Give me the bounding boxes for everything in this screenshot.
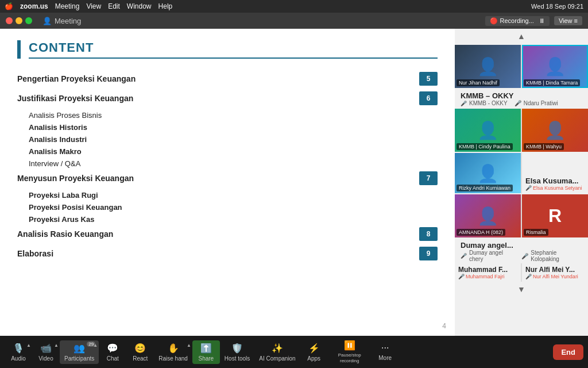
toc-item-label: Analisis Makro bbox=[17, 147, 438, 156]
pause-stop-icon: ⏸️ bbox=[344, 340, 355, 351]
toc-page-number: 7 bbox=[419, 171, 438, 185]
mic-icon-na: 🎤 bbox=[525, 274, 532, 279]
video-chevron: ▲ bbox=[54, 343, 59, 348]
sub-name-2: Ndaru Pratiwi bbox=[524, 100, 558, 106]
menu-edit[interactable]: Edit bbox=[108, 2, 120, 10]
share-label: Share bbox=[199, 355, 214, 362]
video-button[interactable]: 📹 Video ▲ bbox=[32, 340, 60, 364]
participants-button[interactable]: 👥 29 Participants ▲ bbox=[60, 340, 99, 364]
more-label: More bbox=[378, 355, 392, 361]
toolbar-left-group: 🎙️ Audio ▲ 📹 Video ▲ 👥 29 Participants ▲… bbox=[5, 338, 399, 366]
toc-item: Menyusun Proyeksi Keuangan7 bbox=[17, 170, 438, 187]
recording-icon: 🔴 bbox=[490, 17, 498, 25]
participant-name-nur-jihan: Nur Jihan Nadhif bbox=[457, 79, 500, 86]
toc-item: Interview / Q&A bbox=[17, 158, 438, 170]
participants-panel: ▲ Nur Jihan Nadhif KMMB | Dinda Tamara K… bbox=[455, 29, 588, 336]
mic-icon-dumay: 🎤 bbox=[461, 253, 467, 259]
titlebar: 👤 Meeting 🔴 Recording... ⏸ View ≡ bbox=[0, 13, 588, 29]
chat-icon: 💬 bbox=[107, 343, 118, 354]
toc-item: Analisis Proses Bisnis bbox=[17, 109, 438, 121]
audio-icon: 🎙️ bbox=[13, 343, 24, 354]
toc-item-label: Analisis Industri bbox=[17, 135, 438, 144]
audio-chevron: ▲ bbox=[26, 343, 31, 348]
scroll-down-arrow[interactable]: ▼ bbox=[455, 282, 588, 297]
react-label: React bbox=[133, 355, 148, 362]
slide-title: CONTENT bbox=[29, 40, 438, 55]
mic-icon-mf: 🎤 bbox=[458, 274, 465, 279]
menu-help[interactable]: Help bbox=[158, 2, 173, 10]
menubar: 🍎 zoom.us Meeting View Edit Window Help … bbox=[0, 0, 588, 13]
na-sub: Nur Alfi Mei Yundari bbox=[533, 274, 578, 279]
menubar-right: Wed 18 Sep 09:21 bbox=[531, 3, 583, 10]
toc-item: Proyeksi Arus Kas bbox=[17, 213, 438, 225]
dumay-name-card: Dumay angel... 🎤 Dumay angel chery 🎤 Ste… bbox=[455, 239, 588, 263]
participants-label: Participants bbox=[64, 355, 94, 362]
end-button[interactable]: End bbox=[553, 344, 583, 360]
share-icon: ⬆️ bbox=[200, 343, 212, 354]
elsa-big-name: Elsa Kusuma... bbox=[525, 177, 585, 185]
toc-item: Justifikasi Proyeksi Keuangan6 bbox=[17, 90, 438, 107]
toc-item: Elaborasi9 bbox=[17, 245, 438, 262]
chat-button[interactable]: 💬 Chat bbox=[99, 340, 126, 364]
main-content: CONTENT Pengertian Proyeksi Keuangan5Jus… bbox=[0, 29, 588, 336]
app-name: zoom.us bbox=[20, 2, 48, 10]
ai-companion-button[interactable]: ✨ AI Companion bbox=[254, 340, 300, 364]
participant-name-cindy: KMMB | Cindy Paulina bbox=[457, 143, 513, 150]
toc-item-label: Analisis Historis bbox=[17, 123, 438, 132]
participant-name-rismalia: Rismalia bbox=[524, 229, 548, 236]
dumay-big-name: Dumay angel... bbox=[461, 241, 582, 250]
host-tools-button[interactable]: 🛡️ Host tools bbox=[220, 340, 254, 364]
share-button[interactable]: ⬆️ Share bbox=[192, 340, 220, 364]
participant-name-amnanda: AMNANDA H (082) bbox=[457, 229, 505, 236]
apple-menu[interactable]: 🍎 bbox=[5, 2, 13, 10]
titlebar-right-controls: 🔴 Recording... ⏸ View ≡ bbox=[485, 16, 582, 26]
toc-item-label: Analisis Rasio Keuangan bbox=[17, 229, 419, 239]
video-cell-nur-jihan: Nur Jihan Nadhif bbox=[455, 45, 521, 88]
raise-hand-button[interactable]: ✋ Raise hand ▲ bbox=[154, 340, 192, 364]
video-icon: 📹 bbox=[40, 343, 52, 354]
ai-companion-icon: ✨ bbox=[272, 343, 283, 354]
apps-button[interactable]: ⚡ Apps bbox=[300, 340, 328, 364]
toc-item-label: Pengertian Proyeksi Keuangan bbox=[17, 74, 419, 83]
elsa-sub-name: Elsa Kusuma Setyani bbox=[533, 185, 582, 191]
maximize-button[interactable] bbox=[25, 17, 32, 24]
participant-name-dinda: KMMB | Dinda Tamara bbox=[524, 79, 580, 86]
na-name-box: Nur Alfi Mei Y... 🎤 Nur Alfi Mei Yundari bbox=[522, 263, 588, 282]
minimize-button[interactable] bbox=[16, 17, 22, 24]
raise-hand-chevron: ▲ bbox=[187, 343, 191, 348]
pause-stop-button[interactable]: ⏸️ Pause/stop recording bbox=[328, 338, 372, 366]
toc-item-label: Proyeksi Posisi Keuangan bbox=[17, 203, 438, 212]
apps-icon: ⚡ bbox=[308, 343, 320, 354]
menubar-datetime: Wed 18 Sep 09:21 bbox=[531, 3, 583, 10]
react-icon: 😊 bbox=[134, 343, 146, 354]
slide-header: CONTENT bbox=[17, 40, 438, 59]
toc-item: Analisis Industri bbox=[17, 133, 438, 145]
host-tools-icon: 🛡️ bbox=[231, 343, 243, 354]
sub-name-1: KMMB - OKKY bbox=[469, 100, 508, 106]
host-tools-label: Host tools bbox=[225, 355, 250, 362]
raise-hand-label: Raise hand bbox=[158, 355, 188, 362]
video-grid-cindy-wahyu: KMMB | Cindy Paulina KMMB | Wahyu bbox=[455, 109, 588, 152]
menu-view[interactable]: View bbox=[86, 2, 101, 10]
close-button[interactable] bbox=[6, 17, 13, 24]
chat-label: Chat bbox=[107, 355, 119, 362]
video-cell-rismalia: R Rismalia bbox=[522, 194, 588, 237]
menu-window[interactable]: Window bbox=[127, 2, 152, 10]
apps-label: Apps bbox=[307, 355, 320, 362]
more-button[interactable]: ··· More bbox=[372, 340, 399, 363]
toc-item: Analisis Rasio Keuangan8 bbox=[17, 225, 438, 243]
group-sub-names: 🎤 KMMB - OKKY 🎤 Ndaru Pratiwi bbox=[461, 100, 582, 106]
react-button[interactable]: 😊 React bbox=[126, 340, 154, 364]
pause-stop-label: Pause/stop recording bbox=[332, 352, 367, 363]
toolbar: 🎙️ Audio ▲ 📹 Video ▲ 👥 29 Participants ▲… bbox=[0, 336, 588, 368]
audio-label: Audio bbox=[11, 355, 26, 362]
scroll-up-arrow[interactable]: ▲ bbox=[455, 29, 588, 44]
menu-meeting[interactable]: Meeting bbox=[55, 2, 80, 10]
toc-page-number: 8 bbox=[419, 227, 438, 241]
toc-item-label: Interview / Q&A bbox=[17, 159, 438, 168]
view-button[interactable]: View ≡ bbox=[554, 16, 582, 25]
mf-name-box: Muhammad F... 🎤 Muhammad Fajri bbox=[455, 263, 521, 282]
audio-button[interactable]: 🎙️ Audio ▲ bbox=[5, 340, 32, 364]
participant-name-wahyu: KMMB | Wahyu bbox=[524, 143, 564, 150]
top-video-grid: Nur Jihan Nadhif KMMB | Dinda Tamara bbox=[455, 45, 588, 88]
